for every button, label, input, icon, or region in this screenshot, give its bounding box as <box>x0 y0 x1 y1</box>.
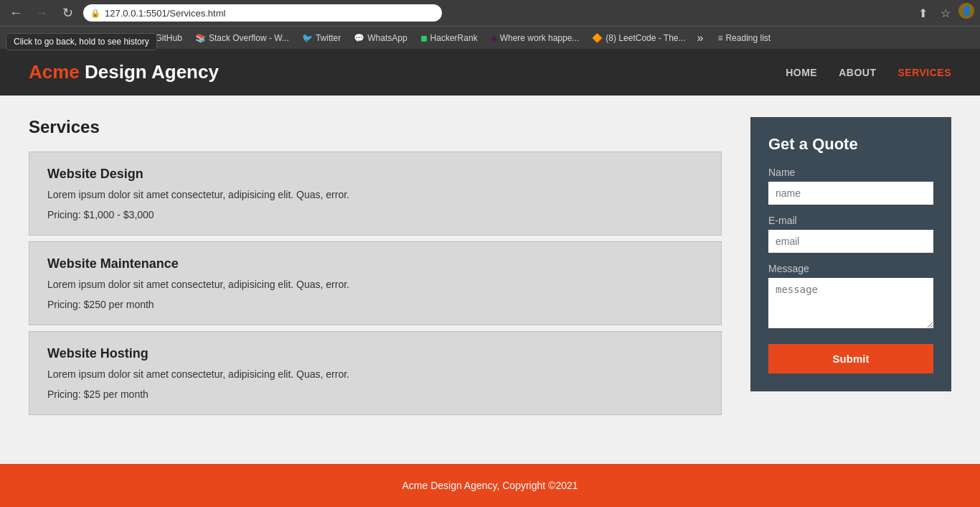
bookmark-hackerrank-label: HackerRank <box>430 33 478 43</box>
service-name-website-design: Website Design <box>47 167 703 182</box>
slack-icon: ◈ <box>491 33 497 43</box>
service-desc-website-maintenance: Lorem ipsum dolor sit amet consectetur, … <box>47 279 703 290</box>
main-content: Services Website Design Lorem ipsum dolo… <box>0 96 980 464</box>
forward-button[interactable]: → <box>32 3 52 23</box>
browser-chrome: ← → ↻ 🔒 127.0.0.1:5501/Services.html ⬆ ☆… <box>0 0 980 26</box>
site-footer: Acme Design Agency, Copyright ©2021 <box>0 464 980 507</box>
bookmark-stackoverflow[interactable]: 📚 Stack Overflow - W... <box>189 31 295 45</box>
website: Acme Design Agency HOME ABOUT SERVICES S… <box>0 49 980 507</box>
bookmark-reading-list-label: Reading list <box>725 33 771 43</box>
bookmark-leetcode[interactable]: 🔶 (8) LeetCode - The... <box>586 31 691 45</box>
address-bar[interactable]: 🔒 127.0.0.1:5501/Services.html <box>83 4 442 22</box>
message-label: Message <box>768 263 933 274</box>
bookmark-hackerrank[interactable]: ◼ HackerRank <box>415 31 484 45</box>
stackoverflow-icon: 📚 <box>195 33 206 43</box>
logo-text: Design Agency <box>80 61 219 83</box>
service-pricing-website-design: Pricing: $1,000 - $3,000 <box>47 209 703 220</box>
site-nav: Acme Design Agency HOME ABOUT SERVICES <box>0 49 980 96</box>
quote-form: Get a Quote Name E-mail Message Submit <box>750 117 951 391</box>
name-input[interactable] <box>768 182 933 205</box>
footer-text: Acme Design Agency, Copyright ©2021 <box>16 480 964 491</box>
share-button[interactable]: ⬆ <box>913 3 933 23</box>
nav-link-home[interactable]: HOME <box>786 67 817 78</box>
service-desc-website-design: Lorem ipsum dolor sit amet consectetur, … <box>47 189 703 200</box>
bookmark-slack[interactable]: ◈ Where work happe... <box>485 31 585 45</box>
refresh-button[interactable]: ↻ <box>57 3 77 23</box>
submit-button[interactable]: Submit <box>768 344 933 373</box>
bookmark-twitter-label: Twitter <box>316 33 341 43</box>
service-pricing-website-maintenance: Pricing: $250 per month <box>47 299 703 310</box>
bookmark-twitter[interactable]: 🐦 Twitter <box>296 31 347 45</box>
url-text: 127.0.0.1:5501/Services.html <box>105 8 225 19</box>
service-card-website-design: Website Design Lorem ipsum dolor sit ame… <box>29 152 722 236</box>
services-section: Services Website Design Lorem ipsum dolo… <box>29 117 722 421</box>
back-tooltip: Click to go back, hold to see history <box>6 33 157 50</box>
nav-links: HOME ABOUT SERVICES <box>786 67 951 78</box>
bookmark-star-button[interactable]: ☆ <box>936 3 956 23</box>
bookmark-reading-list[interactable]: ≡ Reading list <box>712 31 776 45</box>
logo-accent: Acme <box>29 61 80 83</box>
browser-actions: ⬆ ☆ 👤 <box>913 3 974 23</box>
leetcode-icon: 🔶 <box>592 33 603 43</box>
back-button[interactable]: ← <box>6 3 26 23</box>
nav-link-services[interactable]: SERVICES <box>897 67 951 78</box>
profile-button[interactable]: 👤 <box>958 3 974 19</box>
twitter-icon: 🐦 <box>302 33 313 43</box>
services-title: Services <box>29 117 722 137</box>
bookmark-slack-label: Where work happe... <box>500 33 580 43</box>
service-name-website-hosting: Website Hosting <box>47 346 703 361</box>
hackerrank-icon: ◼ <box>420 33 428 43</box>
bookmark-whatsapp[interactable]: 💬 WhatsApp <box>348 31 413 45</box>
email-input[interactable] <box>768 230 933 253</box>
service-card-website-maintenance: Website Maintenance Lorem ipsum dolor si… <box>29 241 722 325</box>
email-label: E-mail <box>768 215 933 226</box>
bookmarks-more-button[interactable]: » <box>693 29 708 47</box>
bookmark-leetcode-label: (8) LeetCode - The... <box>606 33 685 43</box>
bookmark-github-label: GitHub <box>156 33 182 43</box>
quote-form-title: Get a Quote <box>768 135 933 154</box>
secure-icon: 🔒 <box>90 9 100 18</box>
message-textarea[interactable] <box>768 278 933 328</box>
service-name-website-maintenance: Website Maintenance <box>47 256 703 271</box>
nav-link-about[interactable]: ABOUT <box>839 67 876 78</box>
bookmark-stackoverflow-label: Stack Overflow - W... <box>209 33 289 43</box>
reading-list-icon: ≡ <box>717 33 722 43</box>
whatsapp-icon: 💬 <box>354 33 364 43</box>
service-pricing-website-hosting: Pricing: $25 per month <box>47 389 703 400</box>
bookmark-whatsapp-label: WhatsApp <box>367 33 407 43</box>
name-label: Name <box>768 167 933 178</box>
service-card-website-hosting: Website Hosting Lorem ipsum dolor sit am… <box>29 331 722 415</box>
email-field-group: E-mail <box>768 215 933 253</box>
message-field-group: Message <box>768 263 933 331</box>
site-logo: Acme Design Agency <box>29 61 219 83</box>
service-desc-website-hosting: Lorem ipsum dolor sit amet consectetur, … <box>47 368 703 380</box>
name-field-group: Name <box>768 167 933 205</box>
